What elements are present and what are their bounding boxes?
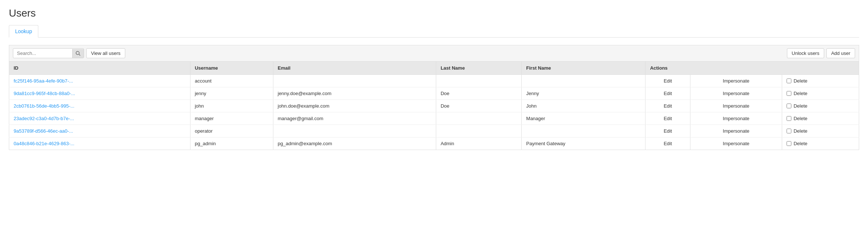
- col-header-actions: Actions: [645, 62, 859, 75]
- cell-username: pg_admin: [190, 137, 273, 150]
- delete-text: Delete: [794, 103, 808, 109]
- table-row: 9da81cc9-965f-48cb-88a0-...jennyjenny.do…: [9, 87, 859, 100]
- edit-button[interactable]: Edit: [664, 141, 672, 146]
- cell-action-edit: Edit: [645, 112, 690, 125]
- cell-email: pg_admin@example.com: [273, 137, 436, 150]
- tab-lookup[interactable]: Lookup: [9, 25, 38, 38]
- col-header-lastname: Last Name: [436, 62, 521, 75]
- cell-username: john: [190, 100, 273, 112]
- page-title: Users: [9, 7, 859, 19]
- cell-email: [273, 75, 436, 87]
- cell-action-impersonate: Impersonate: [690, 112, 782, 125]
- delete-label[interactable]: Delete: [787, 78, 854, 84]
- cell-firstname: Manager: [522, 112, 645, 125]
- edit-button[interactable]: Edit: [664, 103, 672, 109]
- cell-action-edit: Edit: [645, 125, 690, 137]
- delete-text: Delete: [794, 128, 808, 134]
- cell-username: jenny: [190, 87, 273, 100]
- edit-button[interactable]: Edit: [664, 116, 672, 121]
- tabs-bar: Lookup: [9, 25, 859, 38]
- cell-action-impersonate: Impersonate: [690, 137, 782, 150]
- user-id-link[interactable]: 2cb0761b-56de-4bb5-995-...: [14, 103, 74, 109]
- cell-lastname: Doe: [436, 100, 521, 112]
- cell-lastname: [436, 112, 521, 125]
- view-all-users-button[interactable]: View all users: [86, 48, 125, 58]
- svg-point-0: [76, 51, 79, 55]
- delete-label[interactable]: Delete: [787, 128, 854, 134]
- cell-id: 2cb0761b-56de-4bb5-995-...: [9, 100, 190, 112]
- edit-button[interactable]: Edit: [664, 78, 672, 84]
- cell-firstname: Payment Gateway: [522, 137, 645, 150]
- cell-action-impersonate: Impersonate: [690, 100, 782, 112]
- impersonate-button[interactable]: Impersonate: [723, 141, 749, 146]
- search-wrapper: [13, 48, 84, 58]
- impersonate-button[interactable]: Impersonate: [723, 78, 749, 84]
- impersonate-button[interactable]: Impersonate: [723, 116, 749, 121]
- unlock-users-button[interactable]: Unlock users: [787, 48, 824, 58]
- edit-button[interactable]: Edit: [664, 91, 672, 96]
- table-row: 9a53789f-d566-46ec-aa0-...operatorEditIm…: [9, 125, 859, 137]
- cell-action-edit: Edit: [645, 87, 690, 100]
- col-header-username: Username: [190, 62, 273, 75]
- user-id-link[interactable]: fc25f146-95aa-4efe-90b7-...: [14, 78, 73, 84]
- cell-firstname: Jenny: [522, 87, 645, 100]
- delete-checkbox[interactable]: [787, 129, 791, 133]
- col-header-firstname: First Name: [522, 62, 645, 75]
- delete-label[interactable]: Delete: [787, 91, 854, 96]
- edit-button[interactable]: Edit: [664, 128, 672, 134]
- cell-username: account: [190, 75, 273, 87]
- user-id-link[interactable]: 9a53789f-d566-46ec-aa0-...: [14, 128, 73, 134]
- search-button[interactable]: [72, 49, 84, 58]
- cell-action-delete: Delete: [782, 75, 859, 87]
- delete-label[interactable]: Delete: [787, 103, 854, 109]
- delete-label[interactable]: Delete: [787, 141, 854, 146]
- cell-firstname: [522, 75, 645, 87]
- delete-checkbox[interactable]: [787, 104, 791, 108]
- search-input[interactable]: [13, 49, 72, 58]
- user-id-link[interactable]: 0a48c846-b21e-4629-863-...: [14, 141, 74, 146]
- cell-email: john.doe@example.com: [273, 100, 436, 112]
- cell-email: manager@gmail.com: [273, 112, 436, 125]
- cell-email: jenny.doe@example.com: [273, 87, 436, 100]
- cell-id: 9da81cc9-965f-48cb-88a0-...: [9, 87, 190, 100]
- cell-lastname: Doe: [436, 87, 521, 100]
- toolbar-left: View all users: [13, 48, 787, 58]
- users-table: ID Username Email Last Name First Name A…: [9, 61, 859, 150]
- impersonate-button[interactable]: Impersonate: [723, 103, 749, 109]
- cell-action-delete: Delete: [782, 87, 859, 100]
- cell-username: manager: [190, 112, 273, 125]
- add-user-button[interactable]: Add user: [826, 48, 855, 58]
- delete-label[interactable]: Delete: [787, 116, 854, 121]
- cell-action-edit: Edit: [645, 137, 690, 150]
- svg-line-1: [79, 54, 80, 56]
- delete-checkbox[interactable]: [787, 91, 791, 96]
- cell-id: 0a48c846-b21e-4629-863-...: [9, 137, 190, 150]
- user-id-link[interactable]: 23adec92-c3a0-4d7b-b7e-...: [14, 116, 74, 121]
- cell-lastname: [436, 75, 521, 87]
- cell-action-delete: Delete: [782, 100, 859, 112]
- table-row: fc25f146-95aa-4efe-90b7-...accountEditIm…: [9, 75, 859, 87]
- impersonate-button[interactable]: Impersonate: [723, 91, 749, 96]
- cell-id: 23adec92-c3a0-4d7b-b7e-...: [9, 112, 190, 125]
- cell-username: operator: [190, 125, 273, 137]
- cell-lastname: Admin: [436, 137, 521, 150]
- col-header-email: Email: [273, 62, 436, 75]
- cell-action-impersonate: Impersonate: [690, 125, 782, 137]
- user-id-link[interactable]: 9da81cc9-965f-48cb-88a0-...: [14, 91, 75, 96]
- cell-action-delete: Delete: [782, 125, 859, 137]
- table-row: 2cb0761b-56de-4bb5-995-...johnjohn.doe@e…: [9, 100, 859, 112]
- cell-id: fc25f146-95aa-4efe-90b7-...: [9, 75, 190, 87]
- cell-action-impersonate: Impersonate: [690, 87, 782, 100]
- table-row: 0a48c846-b21e-4629-863-...pg_adminpg_adm…: [9, 137, 859, 150]
- toolbar: View all users Unlock users Add user: [9, 45, 859, 61]
- impersonate-button[interactable]: Impersonate: [723, 128, 749, 134]
- cell-firstname: John: [522, 100, 645, 112]
- delete-checkbox[interactable]: [787, 116, 791, 121]
- delete-text: Delete: [794, 91, 808, 96]
- delete-checkbox[interactable]: [787, 78, 791, 83]
- delete-checkbox[interactable]: [787, 141, 791, 146]
- search-icon: [76, 51, 81, 56]
- cell-action-delete: Delete: [782, 112, 859, 125]
- cell-id: 9a53789f-d566-46ec-aa0-...: [9, 125, 190, 137]
- cell-email: [273, 125, 436, 137]
